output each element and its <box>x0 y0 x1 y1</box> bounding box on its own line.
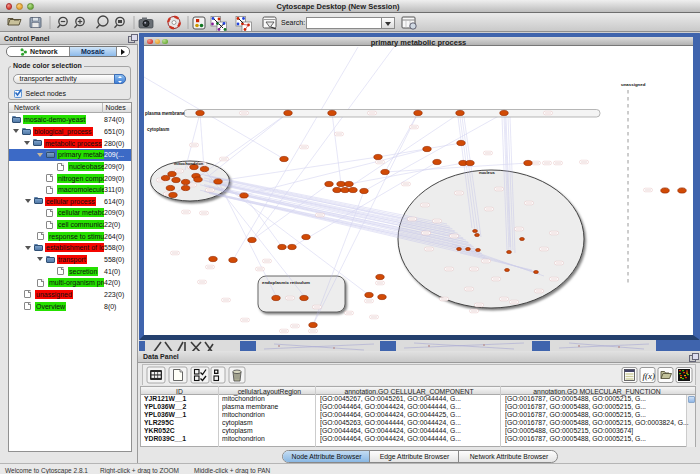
svg-text:nucleus: nucleus <box>479 170 495 175</box>
svg-text:cytoplasm: cytoplasm <box>147 127 169 132</box>
svg-text:endoplasmic reticulum: endoplasmic reticulum <box>262 280 310 285</box>
svg-text:mitochondrion: mitochondrion <box>174 161 204 166</box>
svg-text:f(x): f(x) <box>643 371 656 381</box>
svg-text:plasma membrane: plasma membrane <box>145 111 185 116</box>
svg-text:unassigned: unassigned <box>621 82 646 87</box>
